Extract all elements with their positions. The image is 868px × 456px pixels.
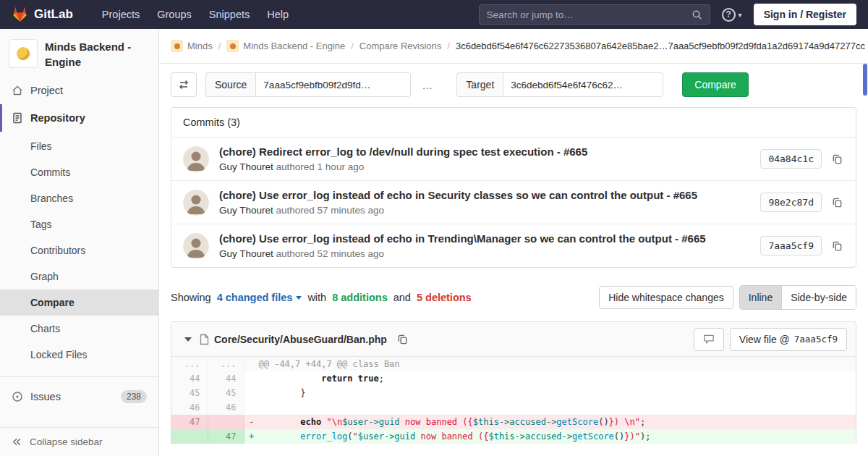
diff-old-line-number[interactable] xyxy=(171,429,208,444)
issue-circle-icon xyxy=(12,391,23,402)
commit-sha-link[interactable]: 98e2c87d xyxy=(760,193,822,212)
sidebar-divider xyxy=(0,376,158,377)
commit-info: (chore) Redirect error_log to /dev/null … xyxy=(219,145,760,172)
diff-new-line-number[interactable] xyxy=(208,415,244,429)
avatar[interactable] xyxy=(183,190,209,216)
avatar[interactable] xyxy=(183,233,209,259)
diff-new-line-number[interactable]: 46 xyxy=(208,400,244,415)
sidebar-item-graph[interactable]: Graph xyxy=(0,263,158,290)
commits-header: Commits (3) xyxy=(171,108,856,138)
sidebar-project-header[interactable]: Minds Backend - Engine xyxy=(0,29,158,77)
sidebar-item-charts[interactable]: Charts xyxy=(0,316,158,342)
commit-title-link[interactable]: (chore) Use error_log instead of echo in… xyxy=(219,232,760,245)
diff-new-line-number[interactable]: 47 xyxy=(208,429,244,444)
code-token: ); xyxy=(640,431,650,442)
chevron-down-icon xyxy=(296,296,302,300)
commit-meta: Guy Thouret authored 57 minutes ago xyxy=(219,205,760,216)
commits-panel: Commits (3) (chore) Redirect error_log t… xyxy=(171,107,856,268)
hunk-text: @@ -44,7 +44,7 @@ class Ban xyxy=(259,359,400,369)
compare-button[interactable]: Compare xyxy=(682,72,749,97)
navbar-right: ? ▾ Sign in / Register xyxy=(479,4,856,25)
search-input[interactable] xyxy=(487,9,692,20)
breadcrumb-label: Minds xyxy=(187,41,213,51)
commit-author-link[interactable]: Guy Thouret xyxy=(219,248,273,259)
sidebar-item-locked-files[interactable]: Locked Files xyxy=(0,342,158,368)
sidebar-item-project[interactable]: Project xyxy=(0,77,158,104)
sidebar-item-contributors[interactable]: Contributors xyxy=(0,237,158,263)
commit-author-link[interactable]: Guy Thouret xyxy=(219,205,273,216)
view-file-sha: 7aaa5cf9 xyxy=(794,334,838,345)
inline-view-button[interactable]: Inline xyxy=(740,286,781,309)
sidebar-item-branches[interactable]: Branches xyxy=(0,185,158,211)
sidebar-item-label: Issues xyxy=(30,391,61,402)
source-ref-group: Source xyxy=(205,72,411,97)
changed-files-dropdown[interactable]: 4 changed files xyxy=(217,292,302,303)
nav-item-help[interactable]: Help xyxy=(258,0,297,29)
diff-old-line-number[interactable]: 45 xyxy=(171,386,208,400)
breadcrumb-project-link[interactable]: Minds Backend - Engine xyxy=(226,40,345,52)
sidebar-item-tags[interactable]: Tags xyxy=(0,211,158,237)
swap-revisions-button[interactable] xyxy=(171,72,197,97)
avatar[interactable] xyxy=(183,146,209,172)
nav-item-projects[interactable]: Projects xyxy=(93,0,148,29)
breadcrumb: Minds / Minds Backend - Engine / Compare… xyxy=(159,29,868,64)
gitlab-tanuki-icon xyxy=(12,7,28,22)
code-token: error_log xyxy=(300,431,347,442)
copy-sha-button[interactable] xyxy=(830,195,844,209)
chevron-down-icon: ▾ xyxy=(739,11,742,19)
side-by-side-view-button[interactable]: Side-by-side xyxy=(781,286,856,309)
sidebar-item-commits[interactable]: Commits xyxy=(0,159,158,185)
view-file-button[interactable]: View file @7aaa5cf9 xyxy=(730,328,847,351)
commit-title-link[interactable]: (chore) Redirect error_log to /dev/null … xyxy=(219,145,760,158)
breadcrumb-separator: / xyxy=(351,41,354,51)
collapse-diff-caret[interactable] xyxy=(184,337,192,342)
changes-summary-bar: Showing 4 changed files with 8 additions… xyxy=(171,285,856,310)
swap-arrows-icon xyxy=(178,80,190,90)
changed-files-label: 4 changed files xyxy=(217,292,293,303)
breadcrumb-label: Minds Backend - Engine xyxy=(243,41,345,51)
nav-item-snippets[interactable]: Snippets xyxy=(200,0,258,29)
commit-author-link[interactable]: Guy Thouret xyxy=(219,161,273,172)
nav-item-groups[interactable]: Groups xyxy=(148,0,200,29)
scrollbar-thumb[interactable] xyxy=(863,64,867,96)
copy-sha-button[interactable] xyxy=(830,152,844,166)
diff-old-line-number: ... xyxy=(171,357,208,371)
hide-whitespace-button[interactable]: Hide whitespace changes xyxy=(599,286,733,309)
search-box[interactable] xyxy=(479,4,710,25)
breadcrumb-compare-link[interactable]: Compare Revisions xyxy=(359,41,441,51)
copy-sha-button[interactable] xyxy=(830,239,844,253)
help-dropdown[interactable]: ? ▾ xyxy=(722,8,742,22)
target-ref-input[interactable] xyxy=(503,72,663,97)
commit-sha-link[interactable]: 04a84c1c xyxy=(760,149,822,169)
sidebar-item-files[interactable]: Files xyxy=(0,133,158,159)
diff-old-line-number[interactable]: 44 xyxy=(171,371,208,386)
diff-filename-link[interactable]: Core/Security/AbuseGuard/Ban.php xyxy=(214,334,387,345)
commit-sha-link[interactable]: 7aaa5cf9 xyxy=(760,236,822,256)
toggle-comments-button[interactable] xyxy=(694,328,724,351)
sidebar-item-repository[interactable]: Repository xyxy=(0,104,158,132)
gitlab-logo[interactable]: GitLab xyxy=(12,7,73,22)
breadcrumb-sha-range: 3c6debd6f54e6f476c62273536807a642e85bae2… xyxy=(456,41,865,51)
breadcrumb-separator: / xyxy=(218,41,221,51)
diff-new-line-number[interactable]: 45 xyxy=(208,386,244,400)
sidebar-item-issues[interactable]: Issues 238 xyxy=(0,381,158,412)
collapse-sidebar-button[interactable]: Collapse sidebar xyxy=(0,427,158,456)
copy-filename-button[interactable] xyxy=(396,332,409,346)
code-token: echo xyxy=(300,417,321,427)
diff-view-toggle: Inline Side-by-side xyxy=(739,285,856,310)
source-ref-input[interactable] xyxy=(255,72,411,97)
diff-new-line-number[interactable]: 44 xyxy=(208,371,244,386)
group-avatar xyxy=(171,40,183,52)
breadcrumb-group-link[interactable]: Minds xyxy=(171,40,213,52)
sign-in-button[interactable]: Sign in / Register xyxy=(754,4,856,25)
copy-icon xyxy=(832,240,843,251)
diff-old-line-number[interactable]: 46 xyxy=(171,400,208,415)
file-icon xyxy=(199,334,209,345)
sidebar-item-compare[interactable]: Compare xyxy=(0,290,158,316)
home-icon xyxy=(12,85,23,96)
diff-old-line-number[interactable]: 47 xyxy=(171,415,208,429)
commit-title-link[interactable]: (chore) Use error_log instead of echo in… xyxy=(219,189,760,201)
diff-added-row: 47+ error_log("$user->guid now banned ({… xyxy=(171,429,856,444)
collapse-sidebar-label: Collapse sidebar xyxy=(30,436,103,447)
top-navbar: GitLab Projects Groups Snippets Help ? ▾… xyxy=(0,0,868,29)
